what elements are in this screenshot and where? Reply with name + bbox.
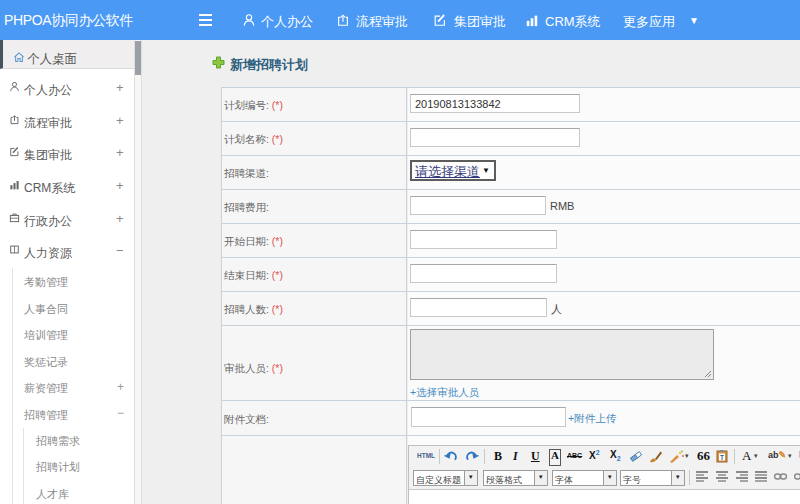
- svg-text:T: T: [720, 454, 724, 461]
